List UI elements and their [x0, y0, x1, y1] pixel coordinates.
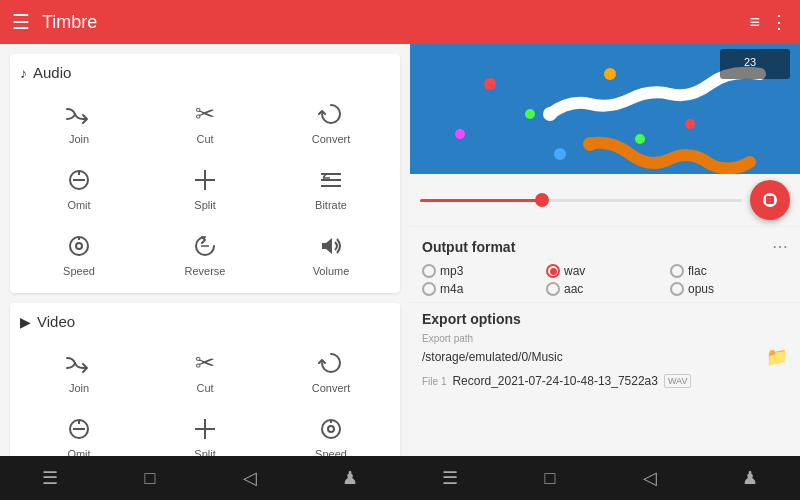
- video-speed-item[interactable]: Speed: [272, 408, 390, 456]
- audio-join-label: Join: [69, 133, 89, 145]
- nav-square-2[interactable]: □: [525, 456, 575, 500]
- svg-rect-44: [766, 196, 774, 204]
- nav-back-2[interactable]: ◁: [625, 456, 675, 500]
- audio-tools-grid: Join ✂ Cut Convert Omit: [20, 93, 390, 283]
- menu-icon[interactable]: ☰: [12, 10, 30, 34]
- right-panel-scroll: Output format ⋯ mp3 wav flac: [410, 226, 800, 456]
- audio-join-icon: [65, 99, 93, 129]
- list-icon[interactable]: ≡: [749, 12, 760, 33]
- format-mp3[interactable]: mp3: [422, 264, 540, 278]
- record-fab-button[interactable]: [750, 180, 790, 220]
- video-split-item[interactable]: Split: [146, 408, 264, 456]
- format-wav[interactable]: wav: [546, 264, 664, 278]
- audio-volume-icon: [318, 231, 344, 261]
- video-cut-item[interactable]: ✂ Cut: [146, 342, 264, 400]
- svg-point-42: [583, 137, 597, 151]
- video-convert-item[interactable]: Convert: [272, 342, 390, 400]
- file-name: Record_2021-07-24-10-48-13_7522a3: [452, 374, 658, 388]
- main-content: ♪ Audio Join ✂ Cut C: [0, 44, 800, 456]
- nav-person-1[interactable]: ♟: [325, 456, 375, 500]
- svg-point-38: [685, 119, 695, 129]
- nav-person-2[interactable]: ♟: [725, 456, 775, 500]
- audio-speed-label: Speed: [63, 265, 95, 277]
- radio-flac-circle: [670, 264, 684, 278]
- right-panel: 23: [410, 44, 800, 456]
- nav-square-1[interactable]: □: [125, 456, 175, 500]
- audio-convert-label: Convert: [312, 133, 351, 145]
- radio-mp3-circle: [422, 264, 436, 278]
- progress-thumb[interactable]: [535, 193, 549, 207]
- svg-point-34: [484, 78, 496, 90]
- radio-aac-circle: [546, 282, 560, 296]
- output-format-more[interactable]: ⋯: [772, 237, 788, 256]
- video-join-item[interactable]: Join: [20, 342, 138, 400]
- audio-cut-label: Cut: [196, 133, 213, 145]
- audio-reverse-item[interactable]: Reverse: [146, 225, 264, 283]
- format-aac-label: aac: [564, 282, 583, 296]
- video-speed-label: Speed: [315, 448, 347, 456]
- audio-split-icon: [192, 165, 218, 195]
- radio-m4a-circle: [422, 282, 436, 296]
- progress-fill: [420, 199, 542, 202]
- video-convert-label: Convert: [312, 382, 351, 394]
- file-ext-badge: WAV: [664, 374, 692, 388]
- audio-section: ♪ Audio Join ✂ Cut C: [10, 54, 400, 293]
- audio-speed-icon: [66, 231, 92, 261]
- output-format-title: Output format: [422, 239, 515, 255]
- format-flac[interactable]: flac: [670, 264, 788, 278]
- audio-cut-item[interactable]: ✂ Cut: [146, 93, 264, 151]
- audio-bitrate-icon: [318, 165, 344, 195]
- radio-wav-circle: [546, 264, 560, 278]
- video-omit-label: Omit: [67, 448, 90, 456]
- format-mp3-label: mp3: [440, 264, 463, 278]
- more-icon[interactable]: ⋮: [770, 11, 788, 33]
- nav-hamburger-1[interactable]: ☰: [25, 456, 75, 500]
- format-flac-label: flac: [688, 264, 707, 278]
- audio-icon: ♪: [20, 65, 27, 81]
- video-cut-icon: ✂: [195, 348, 215, 378]
- svg-point-36: [604, 68, 616, 80]
- output-format-header: Output format ⋯: [422, 237, 788, 256]
- video-split-icon: [192, 414, 218, 444]
- file-label: File 1: [422, 376, 446, 387]
- format-m4a[interactable]: m4a: [422, 282, 540, 296]
- svg-point-11: [76, 243, 82, 249]
- audio-reverse-icon: [192, 231, 218, 261]
- audio-omit-icon: [66, 165, 92, 195]
- audio-split-label: Split: [194, 199, 215, 211]
- audio-bitrate-label: Bitrate: [315, 199, 347, 211]
- video-section-label: Video: [37, 313, 75, 330]
- export-path-label: Export path: [422, 333, 788, 344]
- audio-section-header: ♪ Audio: [20, 64, 390, 81]
- audio-speed-item[interactable]: Speed: [20, 225, 138, 283]
- format-aac[interactable]: aac: [546, 282, 664, 296]
- svg-text:23: 23: [744, 56, 756, 68]
- bottom-nav: ☰ □ ◁ ♟ ☰ □ ◁ ♟: [0, 456, 800, 500]
- audio-omit-label: Omit: [67, 199, 90, 211]
- audio-split-item[interactable]: Split: [146, 159, 264, 217]
- nav-hamburger-2[interactable]: ☰: [425, 456, 475, 500]
- export-path-value: /storage/emulated/0/Music: [422, 350, 563, 364]
- folder-icon[interactable]: 📁: [766, 346, 788, 368]
- audio-join-item[interactable]: Join: [20, 93, 138, 151]
- audio-convert-item[interactable]: Convert: [272, 93, 390, 151]
- nav-back-1[interactable]: ◁: [225, 456, 275, 500]
- video-icon: ▶: [20, 314, 31, 330]
- file-item: File 1 Record_2021-07-24-10-48-13_7522a3…: [422, 374, 788, 388]
- progress-track[interactable]: [420, 199, 742, 202]
- format-m4a-label: m4a: [440, 282, 463, 296]
- video-cut-label: Cut: [196, 382, 213, 394]
- export-section: Export options Export path /storage/emul…: [410, 302, 800, 396]
- audio-omit-item[interactable]: Omit: [20, 159, 138, 217]
- video-section: ▶ Video Join ✂ Cut C: [10, 303, 400, 456]
- svg-point-37: [455, 129, 465, 139]
- video-omit-item[interactable]: Omit: [20, 408, 138, 456]
- radio-opus-circle: [670, 282, 684, 296]
- audio-bitrate-item[interactable]: Bitrate: [272, 159, 390, 217]
- app-title: Timbre: [42, 12, 749, 33]
- audio-volume-item[interactable]: Volume: [272, 225, 390, 283]
- video-section-header: ▶ Video: [20, 313, 390, 330]
- video-tools-grid: Join ✂ Cut Convert Omit: [20, 342, 390, 456]
- format-opus[interactable]: opus: [670, 282, 788, 296]
- video-join-label: Join: [69, 382, 89, 394]
